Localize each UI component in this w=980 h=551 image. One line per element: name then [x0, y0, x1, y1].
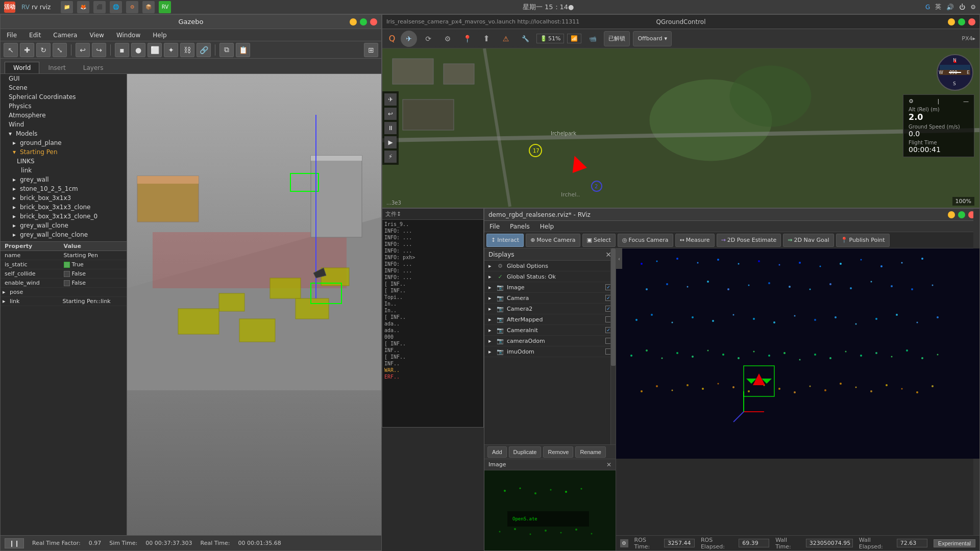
light-btn[interactable]: ✦: [164, 43, 178, 57]
rotate-tool[interactable]: ↻: [36, 43, 51, 57]
rviz-menu-panels[interactable]: Panels: [508, 222, 532, 231]
sidebar-item-atmosphere[interactable]: Atmosphere: [1, 111, 127, 120]
prop-row-link[interactable]: link Starting Pen::link: [1, 297, 127, 306]
qgc-maximize[interactable]: [958, 18, 965, 26]
rviz-3d-view[interactable]: [616, 248, 979, 459]
prop-row-wind[interactable]: enable_wind False: [1, 279, 127, 288]
select-tool[interactable]: ↖: [4, 43, 18, 57]
add-display-btn[interactable]: Add: [487, 446, 507, 458]
displays-scrollthumb[interactable]: [611, 248, 616, 366]
prop-row-isstatic[interactable]: is_static True: [1, 260, 127, 269]
log-content[interactable]: Iris_9..INFO: ...INFO: ...INFO: ...INFO:…: [382, 220, 483, 427]
qgc-play-icon[interactable]: ▶: [384, 136, 397, 148]
volume-icon[interactable]: 🔊: [946, 4, 954, 11]
qgc-alert-btn[interactable]: ⚠: [498, 31, 514, 47]
qgc-upload-btn[interactable]: ⬆: [478, 31, 495, 47]
redo-btn[interactable]: ↪: [92, 43, 106, 57]
rviz-publish-point-btn[interactable]: 📍 Publish Point: [836, 234, 890, 247]
prop-row-pose[interactable]: pose: [1, 288, 127, 297]
sidebar-item-physics[interactable]: Physics: [1, 102, 127, 111]
rviz-minimize[interactable]: [948, 211, 955, 218]
tab-insert[interactable]: Insert: [39, 62, 74, 73]
sidebar-item-link[interactable]: link: [1, 166, 127, 175]
activity-icon[interactable]: 活动: [4, 2, 15, 13]
qgc-camera-btn[interactable]: 📹: [584, 31, 601, 47]
display-item-global-options[interactable]: ⚙ Global Options: [484, 261, 616, 271]
gazebo-menu-camera[interactable]: Camera: [51, 31, 79, 40]
rviz-focus-camera-btn[interactable]: ◎ Focus Camera: [618, 234, 673, 247]
display-item-cameraodom[interactable]: 📷 cameraOdom: [484, 336, 616, 346]
box-shape[interactable]: ▪: [115, 43, 129, 57]
gazebo-menu-help[interactable]: Help: [151, 31, 168, 40]
map-zoom[interactable]: 100%: [952, 197, 974, 206]
duplicate-display-btn[interactable]: Duplicate: [509, 446, 542, 458]
display-item-camerainit[interactable]: 📷 CameraInit: [484, 325, 616, 336]
rviz-2d-nav-btn[interactable]: ⇒ 2D Nav Goal: [783, 234, 834, 247]
sidebar-item-brick1[interactable]: brick_box_3x1x3: [1, 193, 127, 203]
settings-icon[interactable]: ⚙: [970, 4, 976, 11]
firefox-app[interactable]: 🦊: [77, 1, 89, 13]
rviz-taskbar-item[interactable]: RV rv rviz: [21, 4, 51, 11]
experimental-btn[interactable]: Experimental: [934, 539, 975, 547]
qgc-fly-icon[interactable]: ✈: [384, 93, 397, 106]
link-btn[interactable]: 🔗: [197, 43, 211, 57]
prop-row-name[interactable]: name Starting Pen: [1, 251, 127, 260]
sidebar-item-stone[interactable]: stone_10_2_5_1cm: [1, 184, 127, 193]
sidebar-item-brick2[interactable]: brick_box_3x1x3_clone: [1, 203, 127, 212]
rviz-app[interactable]: RV: [159, 1, 171, 13]
lang-label[interactable]: 英: [935, 3, 941, 11]
prop-row-selfcollide[interactable]: self_collide False: [1, 269, 127, 279]
gazebo-minimize[interactable]: [350, 18, 357, 26]
qgc-action-icon[interactable]: ⚡: [384, 151, 397, 163]
rviz-select-btn[interactable]: ▣ Select: [582, 234, 616, 247]
rviz-2d-pose-btn[interactable]: → 2D Pose Estimate: [717, 234, 781, 247]
gazebo-maximize[interactable]: [360, 18, 367, 26]
sidebar-item-links[interactable]: LINKS: [1, 157, 127, 166]
display-item-global-status[interactable]: ✓ Global Status: Ok: [484, 271, 616, 282]
pause-button[interactable]: ❙❙: [5, 538, 24, 548]
scale-tool[interactable]: ⤡: [53, 43, 67, 57]
rviz-interact-btn[interactable]: ↕ Interact: [486, 234, 524, 247]
sidebar-item-wind[interactable]: Wind: [1, 120, 127, 129]
terminal-app[interactable]: ⬛: [93, 1, 106, 13]
sidebar-item-models[interactable]: Models: [1, 129, 127, 138]
cylinder-shape[interactable]: ⬜: [148, 43, 162, 57]
image-close-btn[interactable]: ✕: [606, 461, 611, 468]
qgc-return-btn[interactable]: ⟳: [420, 31, 436, 47]
rviz-measure-btn[interactable]: ↔ Measure: [675, 234, 715, 247]
qgc-close[interactable]: [968, 18, 975, 26]
undo-btn[interactable]: ↩: [76, 43, 90, 57]
remove-display-btn[interactable]: Remove: [543, 446, 573, 458]
display-item-camera2[interactable]: 📷 Camera2: [484, 304, 616, 314]
tab-world[interactable]: World: [5, 62, 39, 73]
self-collide-check[interactable]: [64, 271, 70, 277]
copy-btn[interactable]: ⧉: [219, 43, 234, 57]
gazebo-menu-window[interactable]: Window: [114, 31, 142, 40]
qgc-return-icon[interactable]: ↩: [384, 108, 397, 120]
pkg-app[interactable]: 📦: [142, 1, 155, 13]
displays-side-toggle[interactable]: ‹: [616, 248, 622, 269]
qgc-link-btn[interactable]: 🔧: [517, 31, 533, 47]
gazebo-menu-edit[interactable]: Edit: [27, 31, 43, 40]
sidebar-item-gui[interactable]: GUI: [1, 74, 127, 83]
qgc-fly-btn[interactable]: ✈: [401, 31, 417, 47]
paste-btn[interactable]: 📋: [236, 43, 250, 57]
display-item-aftermapped[interactable]: 📷 AfterMapped: [484, 314, 616, 325]
qgc-map[interactable]: Irchelpark 17 2 Irchel.. S N W E 090: [382, 48, 979, 208]
gazebo-menu-file[interactable]: File: [5, 31, 19, 40]
settings-app[interactable]: ⚙: [126, 1, 138, 13]
rviz-menu-help[interactable]: Help: [538, 222, 556, 231]
qgc-locked-btn[interactable]: 已解锁: [604, 31, 630, 46]
gazebo-viewport[interactable]: [127, 74, 381, 535]
sidebar-item-grey-clone2[interactable]: grey_wall_clone_clone: [1, 230, 127, 239]
power-icon[interactable]: ⏻: [959, 4, 965, 11]
display-item-camera[interactable]: 📷 Camera: [484, 293, 616, 304]
grid-btn[interactable]: ⊞: [364, 43, 378, 57]
rviz-sidebar-toggle[interactable]: ›: [973, 232, 979, 248]
gazebo-menu-view[interactable]: View: [87, 31, 106, 40]
sidebar-item-grey-clone[interactable]: grey_wall_clone: [1, 221, 127, 230]
sidebar-item-grey-wall[interactable]: grey_wall: [1, 175, 127, 184]
qgc-settings-btn[interactable]: ⚙: [439, 31, 456, 47]
enable-wind-check[interactable]: [64, 280, 70, 286]
gazebo-close[interactable]: [370, 18, 377, 26]
